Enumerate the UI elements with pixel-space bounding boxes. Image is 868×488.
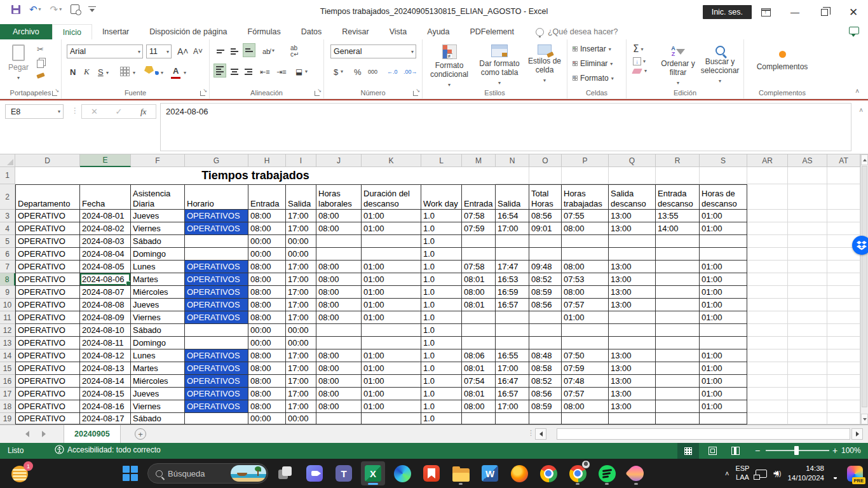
word-taskbar-icon[interactable]: W [478, 461, 502, 485]
cell-R8[interactable] [656, 273, 700, 286]
spotify-taskbar-icon[interactable] [595, 461, 619, 485]
hscroll-right-icon[interactable] [851, 428, 863, 440]
cell-H12[interactable]: 00:00 [248, 324, 286, 337]
cell-J6[interactable] [316, 248, 362, 261]
cell-I8[interactable]: 17:00 [286, 273, 316, 286]
cell-K19[interactable] [362, 413, 421, 424]
cell-L13[interactable]: 1.0 [421, 337, 462, 349]
cell-P3[interactable]: 07:55 [562, 210, 609, 222]
cell[interactable] [747, 235, 788, 248]
cell-L18[interactable]: 1.0 [421, 400, 462, 413]
fill-button[interactable]: ↓▾ [633, 57, 647, 65]
normal-view-button[interactable] [677, 443, 699, 459]
cell-J18[interactable]: 08:00 [316, 400, 362, 413]
cell-I14[interactable]: 17:00 [286, 349, 316, 362]
cell-M11[interactable] [462, 311, 496, 324]
font-color-button[interactable]: A [171, 65, 180, 79]
cell[interactable] [747, 184, 788, 210]
row-header-18[interactable]: 18 [0, 400, 15, 413]
cell[interactable] [747, 286, 788, 299]
cell-I15[interactable]: 17:00 [286, 362, 316, 375]
cell[interactable] [747, 222, 788, 235]
cell-R13[interactable] [656, 337, 700, 349]
column-header-Q[interactable]: Q [609, 154, 656, 167]
cell-S18[interactable]: 01:00 [700, 400, 747, 413]
row-header-7[interactable]: 7 [0, 261, 15, 273]
cell-R15[interactable] [656, 362, 700, 375]
cell-P9[interactable]: 08:00 [562, 286, 609, 299]
font-dialog-launcher[interactable] [200, 90, 207, 97]
column-header-F[interactable]: F [131, 154, 185, 167]
cell-I13[interactable]: 00:00 [286, 337, 316, 349]
minimize-button[interactable]: — [780, 0, 810, 24]
cell-E11[interactable]: 2024-08-09 [80, 311, 131, 324]
row-header-17[interactable]: 17 [0, 388, 15, 400]
search-highlight-image[interactable] [231, 465, 266, 482]
cell-H19[interactable]: 00:00 [248, 413, 286, 424]
cell-E19[interactable]: 2024-08-17 [80, 413, 131, 424]
tell-me-box[interactable]: ¿Qué desea hacer? [536, 24, 618, 39]
cell-K13[interactable] [362, 337, 421, 349]
cell-D8[interactable]: OPERATIVO [15, 273, 80, 286]
cell-S6[interactable] [700, 248, 747, 261]
cell-S4[interactable]: 01:00 [700, 222, 747, 235]
cell-Q17[interactable]: 13:00 [609, 388, 656, 400]
cell-R11[interactable] [656, 311, 700, 324]
cell-G17[interactable]: OPERATIVOS [185, 388, 248, 400]
cell[interactable] [747, 248, 788, 261]
cell[interactable] [827, 286, 860, 299]
cell-J4[interactable]: 08:00 [316, 222, 362, 235]
tab-revisar[interactable]: Revisar [332, 24, 379, 39]
align-left-button[interactable] [214, 64, 226, 78]
cell-Q19[interactable] [609, 413, 656, 424]
cell-P8[interactable]: 07:53 [562, 273, 609, 286]
cell-I12[interactable]: 00:00 [286, 324, 316, 337]
cell-L8[interactable]: 1.0 [421, 273, 462, 286]
cell-H8[interactable]: 08:00 [248, 273, 286, 286]
currency-dropdown[interactable]: ▾ [341, 69, 343, 74]
cell-D10[interactable]: OPERATIVO [15, 299, 80, 311]
decrease-indent-button[interactable]: ⇤≡ [258, 65, 272, 79]
cell-G7[interactable]: OPERATIVOS [185, 261, 248, 273]
cell-O5[interactable] [529, 235, 562, 248]
cell-F14[interactable]: Lunes [131, 349, 185, 362]
tab-ayuda[interactable]: Ayuda [417, 24, 459, 39]
font-name-combo[interactable]: Arial▾ [67, 44, 143, 58]
column-header-AS[interactable]: AS [788, 154, 827, 167]
cell-I10[interactable]: 17:00 [286, 299, 316, 311]
cell-L6[interactable]: 1.0 [421, 248, 462, 261]
cell-M12[interactable] [462, 324, 496, 337]
cell-N10[interactable]: 16:57 [496, 299, 529, 311]
cell-J10[interactable]: 08:00 [316, 299, 362, 311]
insert-cells-button[interactable]: Insertar▾ [573, 44, 611, 53]
cell-E18[interactable]: 2024-08-16 [80, 400, 131, 413]
header-cell[interactable]: Fecha [80, 184, 131, 210]
cell-I5[interactable]: 00:00 [286, 235, 316, 248]
row-header-8[interactable]: 8 [0, 273, 15, 286]
cell-O11[interactable] [529, 311, 562, 324]
cell[interactable] [788, 337, 827, 349]
cell-M9[interactable]: 08:00 [462, 286, 496, 299]
cell-D9[interactable]: OPERATIVO [15, 286, 80, 299]
cell[interactable] [656, 167, 700, 184]
cell-E12[interactable]: 2024-08-10 [80, 324, 131, 337]
cell-M7[interactable]: 07:58 [462, 261, 496, 273]
task-view-taskbar-icon[interactable] [273, 461, 297, 485]
conditional-formatting-button[interactable]: ≠ Formato condicional▾ [426, 39, 472, 88]
column-header-M[interactable]: M [462, 154, 496, 167]
cell-G14[interactable]: OPERATIVOS [185, 349, 248, 362]
cell-L7[interactable]: 1.0 [421, 261, 462, 273]
copy-icon[interactable] [37, 60, 44, 68]
cell-H13[interactable]: 00:00 [248, 337, 286, 349]
cell[interactable] [827, 273, 860, 286]
cell-D19[interactable]: OPERATIVO [15, 413, 80, 424]
cell-N18[interactable]: 17:00 [496, 400, 529, 413]
cell[interactable] [747, 311, 788, 324]
addins-button[interactable]: Complementos [753, 42, 811, 72]
cell-R9[interactable] [656, 286, 700, 299]
cell-S14[interactable]: 01:00 [700, 349, 747, 362]
sheet-title-cell[interactable]: Tiempos trabajados [15, 167, 496, 184]
cell-L10[interactable]: 1.0 [421, 299, 462, 311]
cell-D5[interactable]: OPERATIVO [15, 235, 80, 248]
cell-I9[interactable]: 17:00 [286, 286, 316, 299]
